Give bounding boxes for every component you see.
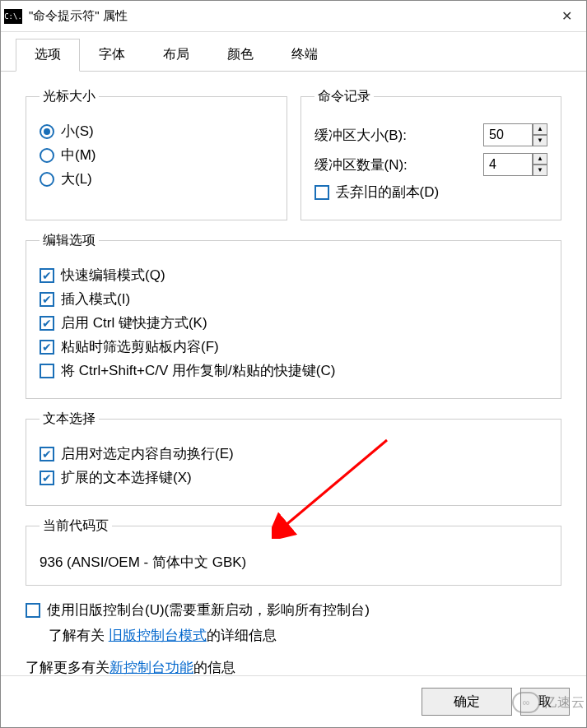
tab-colors[interactable]: 颜色 [208, 39, 273, 71]
legacy-console-checkbox[interactable] [26, 603, 40, 618]
buffer-size-up[interactable]: ▲ [533, 123, 547, 135]
cursor-small-radio[interactable] [40, 124, 54, 139]
titlebar: "命令提示符" 属性 ✕ [1, 1, 586, 32]
extended-select-checkbox[interactable] [40, 471, 54, 485]
cmd-icon [4, 9, 22, 24]
filter-paste-label: 粘贴时筛选剪贴板内容(F) [61, 337, 219, 356]
cursor-size-group: 光标大小 小(S) 中(M) 大(L) [26, 88, 287, 220]
cursor-medium-label: 中(M) [61, 146, 96, 165]
buffer-count-up[interactable]: ▲ [533, 153, 547, 165]
text-selection-group: 文本选择 启用对选定内容自动换行(E) 扩展的文本选择键(X) [26, 410, 561, 506]
new-console-features-link[interactable]: 新控制台功能 [109, 660, 193, 675]
cursor-size-legend: 光标大小 [40, 88, 99, 105]
cursor-large-radio[interactable] [40, 172, 54, 187]
codepage-legend: 当前代码页 [40, 517, 112, 535]
buffer-count-input[interactable] [483, 153, 533, 176]
ctrl-shortcuts-checkbox[interactable] [40, 316, 54, 331]
edit-options-group: 编辑选项 快速编辑模式(Q) 插入模式(I) 启用 Ctrl 键快捷方式(K) … [26, 232, 561, 399]
quick-edit-label: 快速编辑模式(Q) [61, 266, 165, 285]
legacy-learn-line: 了解有关 旧版控制台模式的详细信息 [49, 626, 561, 645]
properties-dialog: "命令提示符" 属性 ✕ 选项 字体 布局 颜色 终端 光标大小 小(S) 中(… [0, 0, 587, 728]
dialog-buttons: 确定 取 [1, 675, 586, 727]
ctrl-shortcuts-label: 启用 Ctrl 键快捷方式(K) [61, 313, 207, 332]
filter-paste-checkbox[interactable] [40, 340, 54, 355]
ctrl-shift-cv-checkbox[interactable] [40, 364, 54, 378]
watermark-icon: ∞ [512, 692, 540, 713]
tab-content: 光标大小 小(S) 中(M) 大(L) 命令记录 缓冲区大小(B): [1, 72, 586, 675]
quick-edit-checkbox[interactable] [40, 268, 54, 283]
tab-layout[interactable]: 布局 [144, 39, 208, 71]
cursor-small-label: 小(S) [61, 122, 94, 141]
buffer-size-label: 缓冲区大小(B): [314, 126, 407, 145]
tab-options[interactable]: 选项 [16, 39, 80, 72]
tab-strip: 选项 字体 布局 颜色 终端 [1, 32, 586, 72]
watermark-text: 亿速云 [543, 694, 585, 712]
buffer-size-down[interactable]: ▼ [533, 135, 547, 146]
more-info-line: 了解更多有关新控制台功能的信息 [26, 658, 561, 675]
cursor-medium-radio[interactable] [40, 148, 54, 163]
tab-font[interactable]: 字体 [80, 39, 144, 71]
legacy-mode-link[interactable]: 旧版控制台模式 [109, 628, 207, 643]
codepage-group: 当前代码页 936 (ANSI/OEM - 简体中文 GBK) [26, 517, 561, 586]
discard-old-checkbox[interactable] [314, 185, 329, 200]
buffer-count-down[interactable]: ▼ [533, 165, 547, 176]
textsel-legend: 文本选择 [40, 410, 99, 428]
extended-select-label: 扩展的文本选择键(X) [61, 468, 192, 487]
command-history-group: 命令记录 缓冲区大小(B): ▲ ▼ 缓冲区数量(N): [300, 88, 562, 220]
history-legend: 命令记录 [314, 88, 374, 105]
cursor-large-label: 大(L) [61, 169, 92, 188]
wrap-selection-label: 启用对选定内容自动换行(E) [61, 444, 234, 463]
ok-button[interactable]: 确定 [422, 688, 512, 716]
wrap-selection-checkbox[interactable] [40, 447, 54, 461]
buffer-count-label: 缓冲区数量(N): [314, 155, 408, 174]
close-button[interactable]: ✕ [550, 1, 583, 32]
tab-terminal[interactable]: 终端 [273, 39, 337, 71]
legacy-console-label: 使用旧版控制台(U)(需要重新启动，影响所有控制台) [47, 600, 370, 619]
codepage-value: 936 (ANSI/OEM - 简体中文 GBK) [40, 553, 547, 572]
buffer-size-input[interactable] [483, 123, 533, 146]
ctrl-shift-cv-label: 将 Ctrl+Shift+C/V 用作复制/粘贴的快捷键(C) [61, 361, 335, 380]
window-title: "命令提示符" 属性 [29, 8, 550, 24]
insert-mode-label: 插入模式(I) [61, 290, 130, 308]
discard-old-label: 丢弃旧的副本(D) [336, 183, 440, 202]
watermark: ∞ 亿速云 [512, 692, 585, 713]
insert-mode-checkbox[interactable] [40, 292, 54, 307]
edit-legend: 编辑选项 [40, 232, 99, 249]
